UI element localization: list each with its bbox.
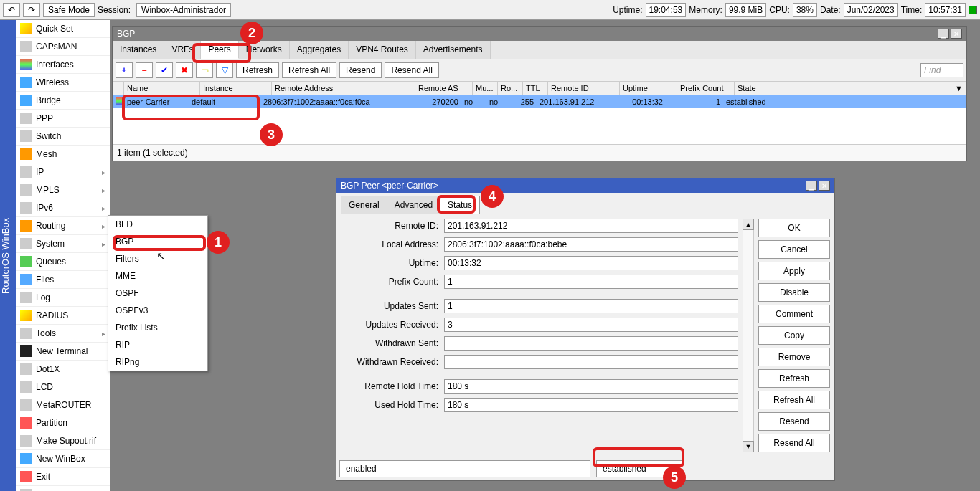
- resend-all-button[interactable]: Resend All: [758, 434, 830, 452]
- column-header[interactable]: Name: [124, 82, 200, 95]
- column-header[interactable]: Ro...: [498, 82, 523, 95]
- sidebar-item-bridge[interactable]: Bridge: [16, 92, 110, 110]
- sidebar-item-radius[interactable]: RADIUS: [16, 307, 110, 325]
- refresh-button[interactable]: Refresh: [236, 62, 279, 78]
- sidebar-item-lcd[interactable]: LCD: [16, 378, 110, 396]
- remove-button[interactable]: Remove: [758, 348, 830, 366]
- sidebar-item-label: System: [36, 239, 65, 249]
- sidebar-item-label: Make Supout.rif: [36, 436, 96, 446]
- tab-peers[interactable]: Peers: [201, 41, 238, 59]
- sidebar-item-new-winbox[interactable]: New WinBox: [16, 450, 110, 468]
- sidebar-item-routing[interactable]: Routing▸: [16, 217, 110, 235]
- sidebar-item-partition[interactable]: Partition: [16, 414, 110, 432]
- safe-mode-button[interactable]: Safe Mode: [43, 3, 95, 17]
- remove-icon[interactable]: −: [136, 62, 153, 78]
- minimize-icon[interactable]: ▁: [938, 29, 949, 39]
- sidebar-item-windows[interactable]: Windows▸: [16, 486, 110, 491]
- table-row[interactable]: peer-Carrier default 2806:3f7:1002:aaaa:…: [113, 95, 966, 108]
- sidebar-item-ipv6[interactable]: IPv6▸: [16, 199, 110, 217]
- resend-button[interactable]: Resend: [758, 412, 830, 431]
- resend-button[interactable]: Resend: [339, 62, 382, 78]
- find-input[interactable]: Find: [920, 63, 963, 77]
- comment-icon[interactable]: ▭: [196, 62, 213, 78]
- column-header[interactable]: Remote ID: [548, 82, 620, 95]
- ok-button[interactable]: OK: [758, 219, 830, 237]
- submenu-item-ospfv3[interactable]: OSPFv3: [108, 302, 207, 319]
- tab-networks[interactable]: Networks: [239, 41, 290, 59]
- minimize-icon[interactable]: ▁: [806, 181, 817, 191]
- sidebar-item-capsman[interactable]: CAPsMAN: [16, 38, 110, 56]
- column-header[interactable]: TTL: [523, 82, 548, 95]
- refresh-all-button[interactable]: Refresh All: [758, 391, 830, 409]
- sidebar-item-make-supout-rif[interactable]: Make Supout.rif: [16, 432, 110, 450]
- disable-button[interactable]: Disable: [758, 283, 830, 302]
- sidebar-item-log[interactable]: Log: [16, 289, 110, 307]
- undo-button[interactable]: ↶: [3, 3, 20, 17]
- sidebar-item-switch[interactable]: Switch: [16, 128, 110, 146]
- sidebar-item-system[interactable]: System▸: [16, 235, 110, 253]
- sidebar-item-quick-set[interactable]: Quick Set: [16, 20, 110, 38]
- tab-vpn4-routes[interactable]: VPN4 Routes: [349, 41, 416, 59]
- filter-icon[interactable]: ▽: [216, 62, 233, 78]
- peer-tab-general[interactable]: General: [341, 196, 387, 214]
- scroll-down-icon[interactable]: ▼: [743, 441, 754, 452]
- sidebar-item-wireless[interactable]: Wireless: [16, 74, 110, 92]
- apply-button[interactable]: Apply: [758, 262, 830, 280]
- sidebar-item-label: New Terminal: [36, 346, 88, 356]
- tab-vrfs[interactable]: VRFs: [164, 41, 201, 59]
- sidebar-item-interfaces[interactable]: Interfaces: [16, 56, 110, 74]
- comment-button[interactable]: Comment: [758, 305, 830, 323]
- field-label: Withdrawn Sent:: [341, 338, 441, 348]
- submenu-arrow-icon: ▸: [102, 168, 105, 176]
- peer-tab-status[interactable]: Status: [440, 196, 480, 214]
- submenu-item-rip[interactable]: RIP: [108, 336, 207, 353]
- sidebar-item-mpls[interactable]: MPLS▸: [16, 181, 110, 199]
- redo-button[interactable]: ↷: [23, 3, 40, 17]
- copy-button[interactable]: Copy: [758, 326, 830, 345]
- column-header[interactable]: Remote Address: [272, 82, 415, 95]
- close-icon[interactable]: ✕: [819, 181, 830, 191]
- column-header[interactable]: Remote AS: [415, 82, 473, 95]
- submenu-item-ripng[interactable]: RIPng: [108, 353, 207, 371]
- submenu-item-prefix-lists[interactable]: Prefix Lists: [108, 319, 207, 336]
- column-header[interactable]: Mu...: [473, 82, 498, 95]
- cancel-button[interactable]: Cancel: [758, 240, 830, 259]
- column-menu-icon[interactable]: ▼: [806, 82, 966, 95]
- disable-icon[interactable]: ✖: [176, 62, 193, 78]
- column-header[interactable]: Uptime: [620, 82, 677, 95]
- date-label: Date:: [820, 5, 841, 15]
- add-icon[interactable]: +: [116, 62, 133, 78]
- enable-icon[interactable]: ✔: [156, 62, 173, 78]
- column-header[interactable]: State: [735, 82, 806, 95]
- field-value-local-address: 2806:3f7:1002:aaaa::f0ca:bebe: [444, 237, 738, 252]
- routing-submenu: BFDBGPFiltersMMEOSPFOSPFv3Prefix ListsRI…: [108, 215, 208, 371]
- resend-all-button[interactable]: Resend All: [385, 62, 438, 78]
- tab-instances[interactable]: Instances: [113, 41, 164, 59]
- sidebar-item-ip[interactable]: IP▸: [16, 163, 110, 181]
- column-header[interactable]: Instance: [200, 82, 272, 95]
- refresh-button[interactable]: Refresh: [758, 369, 830, 388]
- sidebar-item-exit[interactable]: Exit: [16, 468, 110, 486]
- tab-advertisements[interactable]: Advertisements: [416, 41, 491, 59]
- scroll-up-icon[interactable]: ▲: [743, 219, 754, 230]
- peer-tab-advanced[interactable]: Advanced: [387, 196, 440, 214]
- sidebar-item-mesh[interactable]: Mesh: [16, 146, 110, 163]
- refresh-all-button[interactable]: Refresh All: [282, 62, 336, 78]
- submenu-item-bgp[interactable]: BGP: [108, 233, 207, 250]
- sidebar-item-files[interactable]: Files: [16, 271, 110, 289]
- close-icon[interactable]: ✕: [951, 29, 962, 39]
- submenu-item-mme[interactable]: MME: [108, 267, 207, 285]
- column-header[interactable]: Prefix Count: [677, 82, 735, 95]
- sidebar-item-dot1x[interactable]: Dot1X: [16, 361, 110, 378]
- sidebar-item-tools[interactable]: Tools▸: [16, 325, 110, 343]
- sidebar-item-ppp[interactable]: PPP: [16, 110, 110, 128]
- tab-aggregates[interactable]: Aggregates: [290, 41, 349, 59]
- sidebar-item-new-terminal[interactable]: New Terminal: [16, 343, 110, 361]
- form-scrollbar[interactable]: ▲ ▼: [743, 219, 754, 452]
- sidebar-item-label: CAPsMAN: [36, 42, 77, 52]
- submenu-item-ospf[interactable]: OSPF: [108, 285, 207, 302]
- sidebar-item-metarouter[interactable]: MetaROUTER: [16, 396, 110, 414]
- sidebar-item-queues[interactable]: Queues: [16, 253, 110, 271]
- submenu-item-bfd[interactable]: BFD: [108, 216, 207, 233]
- peer-window-titlebar[interactable]: BGP Peer <peer-Carrier> ▁ ✕: [336, 178, 834, 193]
